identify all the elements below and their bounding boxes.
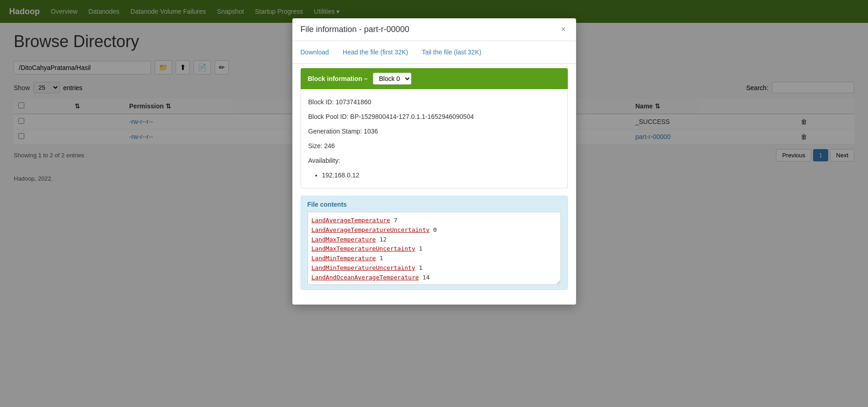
file-key[interactable]: LandAndOceanAverageTemperature bbox=[312, 273, 419, 283]
file-contents-title: File contents bbox=[307, 201, 561, 208]
modal-header: File information - part-r-00000 × bbox=[292, 18, 576, 41]
head-file-link[interactable]: Head the file (first 32K) bbox=[343, 48, 408, 56]
file-contents-area[interactable]: LandAverageTemperature7LandAverageTemper… bbox=[307, 212, 561, 285]
file-value: 12 bbox=[379, 235, 387, 245]
file-value: 7 bbox=[394, 216, 398, 225]
size-label: Size: bbox=[308, 142, 323, 150]
generation-stamp-label: Generation Stamp: bbox=[308, 128, 362, 135]
size-row: Size: 246 bbox=[308, 139, 560, 152]
download-link[interactable]: Download bbox=[301, 48, 329, 56]
file-value: 1 bbox=[419, 263, 422, 273]
generation-stamp-value: 1036 bbox=[364, 128, 378, 135]
file-line: LandMaxTemperature12 bbox=[312, 235, 557, 245]
availability-list: 192.168.0.12 bbox=[308, 169, 560, 182]
block-info-content: Block ID: 1073741860 Block Pool ID: BP-1… bbox=[301, 89, 568, 188]
block-select[interactable]: Block 0 bbox=[373, 73, 411, 85]
block-pool-value: BP-1529800414-127.0.1.1-1652946090504 bbox=[350, 113, 474, 120]
file-line: LandMinTemperatureUncertainty1 bbox=[312, 263, 557, 273]
generation-stamp-row: Generation Stamp: 1036 bbox=[308, 125, 560, 138]
file-key[interactable]: LandMaxTemperatureUncertainty bbox=[312, 244, 415, 254]
file-key[interactable]: LandMinTemperature bbox=[312, 254, 376, 263]
block-pool-label: Block Pool ID: bbox=[308, 113, 349, 120]
block-id-value: 1073741860 bbox=[335, 98, 371, 106]
modal-overlay: File information - part-r-00000 × Downlo… bbox=[0, 0, 868, 407]
file-key[interactable]: LandMaxTemperature bbox=[312, 235, 376, 245]
availability-label: Availability: bbox=[308, 154, 560, 167]
file-key[interactable]: LandAverageTemperature bbox=[312, 216, 390, 225]
modal-links-row: Download Head the file (first 32K) Tail … bbox=[292, 41, 576, 64]
size-value: 246 bbox=[324, 142, 335, 150]
file-info-modal: File information - part-r-00000 × Downlo… bbox=[292, 18, 576, 305]
block-id-row: Block ID: 1073741860 bbox=[308, 96, 560, 108]
file-value: 0 bbox=[462, 283, 465, 285]
file-line: LandAverageTemperature7 bbox=[312, 216, 557, 225]
file-value: 1 bbox=[419, 244, 422, 254]
block-info-header: Block information – Block 0 bbox=[301, 68, 568, 89]
file-line: LandMinTemperature1 bbox=[312, 254, 557, 263]
file-value: 0 bbox=[433, 225, 437, 235]
block-section-label: Block information – bbox=[308, 75, 368, 82]
file-value: 14 bbox=[422, 273, 430, 283]
block-pool-row: Block Pool ID: BP-1529800414-127.0.1.1-1… bbox=[308, 110, 560, 123]
file-key[interactable]: LandAverageTemperatureUncertainty bbox=[312, 225, 430, 235]
file-line: LandAverageTemperatureUncertainty0 bbox=[312, 225, 557, 235]
file-key[interactable]: LandAndOceanAverageTemperatureUncertaint… bbox=[312, 283, 458, 285]
file-line: LandMaxTemperatureUncertainty1 bbox=[312, 244, 557, 254]
availability-ip: 192.168.0.12 bbox=[322, 169, 560, 182]
tail-file-link[interactable]: Tail the file (last 32K) bbox=[422, 48, 481, 56]
modal-body: Block information – Block 0 Block ID: 10… bbox=[292, 68, 576, 305]
file-contents-section: File contents LandAverageTemperature7Lan… bbox=[301, 196, 568, 290]
file-key[interactable]: LandMinTemperatureUncertainty bbox=[312, 263, 415, 273]
modal-close-button[interactable]: × bbox=[559, 25, 568, 34]
file-line: LandAndOceanAverageTemperature14 bbox=[312, 273, 557, 283]
file-line: LandAndOceanAverageTemperatureUncertaint… bbox=[312, 283, 557, 285]
modal-title: File information - part-r-00000 bbox=[301, 25, 410, 34]
block-id-label: Block ID: bbox=[308, 98, 334, 106]
file-value: 1 bbox=[379, 254, 383, 263]
